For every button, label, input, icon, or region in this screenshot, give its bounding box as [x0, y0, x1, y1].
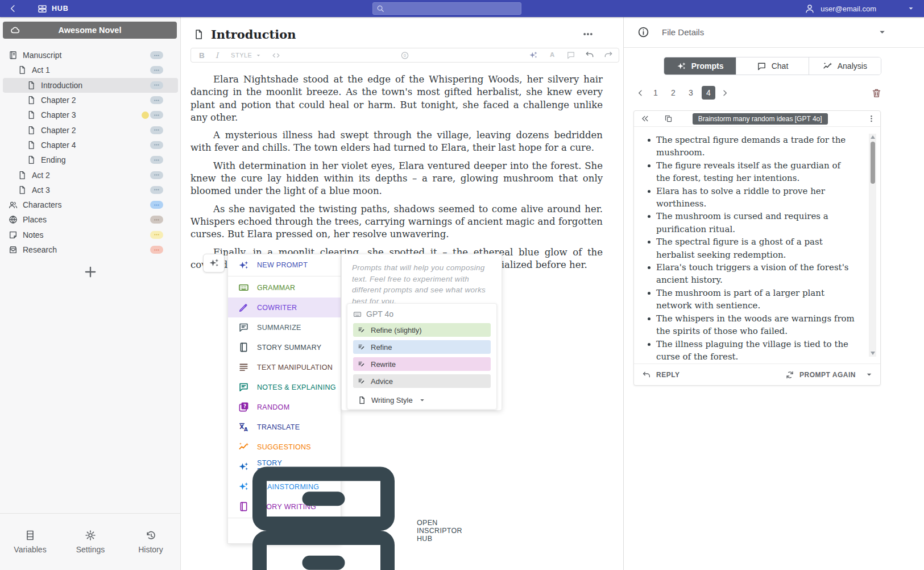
prompt-menu-item[interactable]: XA TRANSLATE	[228, 417, 341, 437]
details-tab[interactable]: Chat	[736, 57, 809, 75]
page-number[interactable]: 4	[702, 86, 715, 100]
tree-item[interactable]: Research	[3, 242, 178, 257]
new-prompt-button[interactable]: NEW PROMPT	[228, 254, 341, 276]
item-options-button[interactable]	[150, 156, 163, 164]
page-next-button[interactable]	[720, 89, 729, 97]
delete-result-button[interactable]	[871, 88, 882, 98]
tree-item[interactable]: Introduction	[3, 78, 178, 93]
prompt-again-caret-icon[interactable]	[865, 370, 873, 379]
item-options-button[interactable]	[150, 51, 163, 59]
tree-item-icon	[18, 185, 27, 195]
page-number[interactable]: 2	[666, 86, 680, 100]
search-bar[interactable]	[372, 2, 521, 15]
tree-item[interactable]: Act 1	[3, 63, 178, 77]
prompt-action[interactable]: Rewrite	[353, 357, 491, 371]
item-options-button[interactable]	[150, 231, 163, 239]
code-button[interactable]	[272, 51, 280, 60]
item-options-button[interactable]	[150, 186, 163, 194]
prompt-menu-item[interactable]: SUMMARIZE	[228, 317, 341, 337]
details-tab[interactable]: Analysis	[809, 57, 881, 75]
scrollbar-thumb[interactable]	[871, 142, 875, 184]
item-options-button[interactable]	[150, 246, 163, 254]
tree-item[interactable]: Notes	[3, 228, 178, 242]
result-scrollbar[interactable]	[869, 134, 876, 357]
tree-item[interactable]: Chapter 3	[3, 108, 178, 122]
writing-style-dropdown[interactable]: Writing Style	[353, 393, 491, 407]
copy-result-icon[interactable]	[664, 114, 673, 123]
tree-item[interactable]: Chapter 2	[3, 93, 178, 108]
prompt-menu-item[interactable]: TEXT MANIPULATION	[228, 357, 341, 377]
prompt-again-button[interactable]: PROMPT AGAIN	[785, 370, 856, 379]
reply-button[interactable]: REPLY	[642, 370, 679, 379]
item-options-button[interactable]	[150, 81, 163, 89]
item-options-button[interactable]	[150, 126, 163, 134]
collapse-result-icon[interactable]	[641, 114, 649, 123]
style-dropdown[interactable]: STYLE	[231, 52, 252, 59]
item-options-button[interactable]	[150, 66, 163, 74]
page-prev-button[interactable]	[636, 89, 645, 97]
scroll-down-arrow[interactable]	[871, 352, 875, 355]
project-header[interactable]: Awesome Novel	[3, 22, 177, 39]
italic-button[interactable]: I	[216, 51, 218, 60]
item-options-button[interactable]	[150, 141, 163, 149]
tree-item[interactable]: Act 3	[3, 183, 178, 197]
page-number[interactable]: 3	[684, 86, 698, 100]
document-menu-button[interactable]	[582, 28, 594, 40]
tab-icon	[823, 61, 832, 71]
tree-item[interactable]: Places	[3, 212, 178, 227]
search-input[interactable]	[384, 5, 517, 13]
result-menu-icon[interactable]	[867, 114, 876, 123]
label-dot	[142, 111, 149, 119]
prompt-action-label: Refine	[371, 343, 392, 352]
prompt-menu-item[interactable]: NOTES & EXPLAINING	[228, 377, 341, 397]
user-caret-icon[interactable]	[907, 5, 915, 13]
bold-button[interactable]: B	[199, 51, 205, 60]
prompt-action[interactable]: Refine (slightly)	[353, 323, 491, 337]
footer-item[interactable]: History	[121, 514, 181, 570]
page-number[interactable]: 1	[649, 86, 662, 100]
item-options-button[interactable]	[150, 96, 163, 104]
tree-item[interactable]: Chapter 2	[3, 122, 178, 137]
tree-item[interactable]: Manuscript	[3, 48, 178, 63]
tree-item[interactable]: Characters	[3, 197, 178, 212]
style-caret-icon[interactable]	[255, 52, 262, 59]
comment-count-icon: 0	[401, 51, 409, 60]
prompt-flyout-trigger[interactable]	[203, 254, 225, 272]
prompt-menu-item[interactable]: COWRITER	[228, 298, 341, 317]
tree-item[interactable]: Chapter 4	[3, 138, 178, 152]
redo-button[interactable]	[604, 51, 613, 60]
item-options-button[interactable]	[150, 171, 163, 179]
footer-item[interactable]: Settings	[60, 514, 121, 570]
tree-item[interactable]: Act 2	[3, 167, 178, 182]
prompt-menu-item[interactable]: ? RANDOM	[228, 397, 341, 417]
item-options-button[interactable]	[150, 111, 163, 119]
prompt-action[interactable]: Refine	[353, 340, 491, 354]
prompt-menu-item-icon	[238, 282, 249, 293]
add-file-button[interactable]	[82, 264, 98, 280]
document-text[interactable]: Elara Nightshade stood at the edge of th…	[190, 73, 603, 271]
tree-item[interactable]: Ending	[3, 152, 178, 167]
item-options-button[interactable]	[150, 201, 163, 209]
comment-button[interactable]	[566, 51, 575, 60]
collapse-panel-icon[interactable]	[877, 27, 887, 37]
prompt-menu-item[interactable]: STORY SUMMARY	[228, 337, 341, 357]
text-format-button[interactable]: A	[548, 51, 557, 60]
back-button[interactable]	[8, 3, 18, 14]
user-menu[interactable]: user@email.com	[805, 0, 924, 17]
item-options-button[interactable]	[150, 216, 163, 224]
footer-item[interactable]: Variables	[0, 514, 60, 570]
undo-button[interactable]	[585, 51, 594, 60]
prompt-menu-item-label: COWRITER	[257, 304, 297, 312]
prompt-action[interactable]: Advice	[353, 374, 491, 388]
scroll-up-arrow[interactable]	[871, 135, 875, 139]
model-icon	[353, 310, 362, 319]
open-inscriptor-hub-button[interactable]: OPEN INSCRIPTOR HUB	[228, 518, 341, 543]
hub-button[interactable]: HUB	[38, 4, 68, 14]
details-tabs: Prompts Chat Analysis	[664, 57, 881, 75]
prompt-menu-item[interactable]: GRAMMAR	[228, 278, 341, 298]
details-tab[interactable]: Prompts	[664, 57, 736, 75]
result-bullet: The spectral figure is a ghost of a past…	[647, 236, 855, 261]
result-badge[interactable]: Brainstorm many random ideas [GPT 4o]	[693, 113, 828, 125]
footer-item-icon	[145, 530, 156, 541]
ai-sparkles-button[interactable]	[529, 51, 538, 60]
